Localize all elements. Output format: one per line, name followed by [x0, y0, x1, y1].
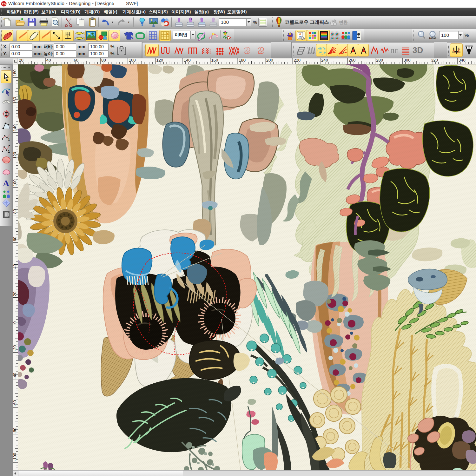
svg-text:100%: 100% — [429, 37, 436, 40]
svg-text:80: 80 — [101, 58, 106, 63]
svg-text:-20: -20 — [13, 345, 17, 351]
svg-text:300: 300 — [404, 58, 411, 63]
svg-text:60: 60 — [13, 237, 17, 241]
svg-text:A: A — [3, 178, 10, 188]
svg-text:100: 100 — [13, 179, 17, 186]
svg-text:320: 320 — [431, 58, 438, 63]
svg-text:1: 1 — [8, 138, 10, 142]
svg-text:180: 180 — [239, 58, 246, 63]
svg-text:-40: -40 — [13, 373, 17, 379]
svg-text:-60: -60 — [13, 400, 17, 406]
svg-text:160: 160 — [13, 97, 17, 104]
svg-text:40: 40 — [46, 58, 51, 63]
svg-text:20: 20 — [13, 292, 17, 296]
svg-text:120: 120 — [156, 58, 163, 63]
svg-text:220: 220 — [294, 58, 301, 63]
svg-text:340: 340 — [459, 58, 466, 63]
svg-text:240: 240 — [321, 58, 328, 63]
svg-text:1: 1 — [8, 149, 10, 153]
svg-text:100: 100 — [129, 58, 136, 63]
svg-text:260: 260 — [349, 58, 356, 63]
svg-text:160: 160 — [211, 58, 218, 63]
svg-text:20: 20 — [19, 58, 23, 63]
svg-text:200: 200 — [266, 58, 273, 63]
svg-text:280: 280 — [376, 58, 383, 63]
svg-text:80: 80 — [13, 209, 17, 214]
svg-text:-80: -80 — [13, 428, 17, 434]
svg-text:40: 40 — [13, 264, 17, 268]
svg-text:180: 180 — [13, 69, 17, 76]
svg-text:120: 120 — [13, 152, 17, 159]
svg-text:60: 60 — [74, 58, 78, 63]
svg-text:0: 0 — [13, 321, 17, 324]
svg-text:140: 140 — [13, 124, 17, 131]
svg-text:140: 140 — [184, 58, 191, 63]
svg-text:ES: ES — [2, 3, 6, 6]
